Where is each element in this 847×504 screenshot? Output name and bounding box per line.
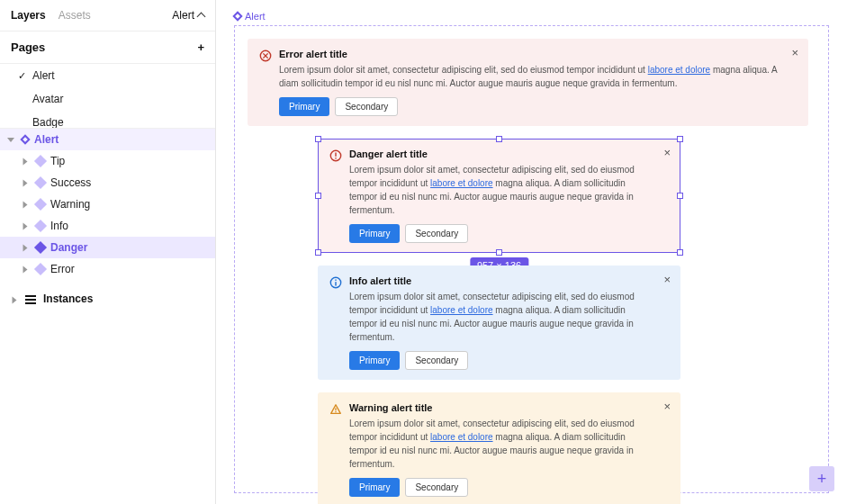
svg-rect-5 [335,158,336,158]
layer-label: Tip [50,155,65,167]
layer-item-success[interactable]: Success [0,172,215,194]
add-fab[interactable]: + [809,466,834,491]
component-icon [34,263,47,275]
chevron-right-icon[interactable] [22,157,31,166]
sidebar-top-bar: Layers Assets Alert [0,0,215,32]
pages-list[interactable]: Alert Avatar Badge [0,64,215,129]
component-icon [34,241,47,254]
chevron-right-icon[interactable] [22,200,31,209]
alert-body: Lorem ipsum dolor sit amet, consectetur … [349,290,654,344]
page-label: Avatar [32,93,63,105]
layer-label: Alert [34,133,59,146]
alert-info[interactable]: × Info alert title Lorem ipsum dolor sit… [318,266,680,380]
tab-assets[interactable]: Assets [59,9,91,22]
close-icon[interactable]: × [663,147,671,158]
frame-label[interactable]: Alert [234,11,829,22]
sidebar: Layers Assets Alert Pages + Alert Avatar… [0,0,216,504]
component-icon [34,220,47,232]
primary-button[interactable]: Primary [279,97,329,116]
pages-header: Pages + [0,32,215,64]
chevron-right-icon[interactable] [11,292,18,305]
add-page-button[interactable]: + [197,41,204,53]
info-icon [329,276,342,289]
pages-heading: Pages [11,40,45,54]
layer-label: Warning [50,198,90,211]
layer-label: Error [50,263,75,275]
page-label: Badge [32,116,64,129]
chevron-right-icon[interactable] [22,221,31,230]
chevron-up-icon [197,12,206,21]
alert-title: Error alert title [279,49,782,59]
warning-icon [329,403,342,416]
context-label: Alert [172,9,194,22]
svg-rect-10 [335,408,336,410]
layer-label: Danger [50,241,87,254]
layer-item-info[interactable]: Info [0,215,215,237]
secondary-button[interactable]: Secondary [405,224,468,243]
alert-title: Warning alert title [349,402,654,413]
alert-body: Lorem ipsum dolor sit amet, consectetur … [279,63,782,90]
alert-error[interactable]: × Error alert title Lorem ipsum dolor si… [248,39,808,126]
context-dropdown[interactable]: Alert [172,9,204,22]
sidebar-tabs: Layers Assets [11,9,91,22]
chevron-right-icon[interactable] [22,243,31,252]
alert-body: Lorem ipsum dolor sit amet, consectetur … [349,417,654,471]
instances-icon [25,294,36,303]
secondary-button[interactable]: Secondary [335,97,398,116]
error-icon [259,50,272,62]
frame-name: Alert [245,11,266,22]
alert-link[interactable]: labore et dolore [430,305,493,315]
alert-title: Info alert title [349,275,654,286]
alert-link[interactable]: labore et dolore [430,178,493,188]
primary-button[interactable]: Primary [349,224,400,243]
selection-wrap: × Danger alert title Lorem ipsum dolor s… [248,139,815,253]
secondary-button[interactable]: Secondary [405,478,468,497]
layer-item-tip[interactable]: Tip [0,150,215,172]
component-set-icon [20,134,30,144]
component-icon [34,198,47,211]
instances-section[interactable]: Instances [0,285,215,312]
primary-button[interactable]: Primary [349,351,400,370]
page-item-avatar[interactable]: Avatar [0,87,215,111]
component-set-icon [232,11,242,21]
danger-icon [329,149,342,162]
page-label: Alert [32,69,55,82]
alert-body: Lorem ipsum dolor sit amet, consectetur … [349,163,654,217]
svg-rect-8 [335,280,336,281]
layer-item-danger[interactable]: Danger [0,237,215,258]
close-icon[interactable]: × [791,47,798,58]
chevron-right-icon[interactable] [22,265,31,274]
close-icon[interactable]: × [663,400,671,412]
svg-rect-4 [335,153,336,157]
close-icon[interactable]: × [663,274,671,285]
primary-button[interactable]: Primary [349,478,400,497]
alert-danger[interactable]: × Danger alert title Lorem ipsum dolor s… [318,139,680,253]
component-icon [34,176,47,189]
svg-rect-7 [335,282,336,285]
layer-label: Success [50,176,91,189]
layer-item-error[interactable]: Error [0,258,215,280]
component-frame[interactable]: × Error alert title Lorem ipsum dolor si… [234,25,829,493]
page-item-badge[interactable]: Badge [0,111,215,129]
page-item-alert[interactable]: Alert [0,64,215,87]
alert-link[interactable]: labore et dolore [430,432,493,442]
alert-link[interactable]: labore et dolore [648,65,711,75]
component-icon [34,155,47,167]
layer-label: Info [50,220,68,232]
svg-rect-11 [335,411,336,412]
secondary-button[interactable]: Secondary [405,351,468,370]
instances-label: Instances [43,292,93,305]
chevron-right-icon[interactable] [22,178,31,187]
layer-root-alert[interactable]: Alert [0,129,215,150]
chevron-down-icon[interactable] [7,135,16,144]
layers-tree: Alert Tip Success Warning Info [0,129,215,504]
alert-warning[interactable]: × Warning alert title Lorem ipsum dolor … [318,392,680,504]
canvas[interactable]: Alert × Error alert title Lorem ipsum do… [216,0,847,504]
alert-title: Danger alert title [349,148,654,159]
layer-item-warning[interactable]: Warning [0,194,215,215]
tab-layers[interactable]: Layers [11,9,46,22]
